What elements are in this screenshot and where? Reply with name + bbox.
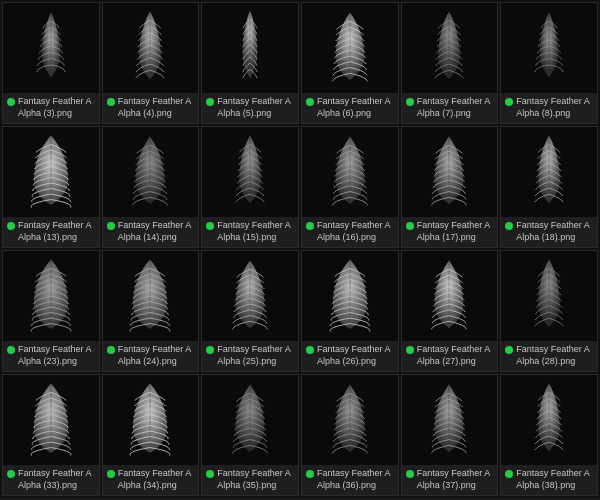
status-dot bbox=[7, 222, 15, 230]
thumbnail-38 bbox=[501, 375, 597, 465]
thumbnail-7 bbox=[402, 3, 498, 93]
asset-label: Fantasy Feather A Alpha (26).png bbox=[317, 344, 394, 367]
asset-label: Fantasy Feather A Alpha (8).png bbox=[516, 96, 593, 119]
asset-label: Fantasy Feather A Alpha (23).png bbox=[18, 344, 95, 367]
status-dot bbox=[306, 222, 314, 230]
thumbnail-27 bbox=[402, 251, 498, 341]
status-dot bbox=[406, 470, 414, 478]
asset-label: Fantasy Feather A Alpha (7).png bbox=[417, 96, 494, 119]
asset-item-25[interactable]: Fantasy Feather A Alpha (25).png bbox=[201, 250, 299, 372]
thumbnail-4 bbox=[103, 3, 199, 93]
thumbnail-17 bbox=[402, 127, 498, 217]
thumbnail-13 bbox=[3, 127, 99, 217]
thumbnail-37 bbox=[402, 375, 498, 465]
asset-item-35[interactable]: Fantasy Feather A Alpha (35).png bbox=[201, 374, 299, 496]
thumbnail-23 bbox=[3, 251, 99, 341]
asset-label: Fantasy Feather A Alpha (5).png bbox=[217, 96, 294, 119]
status-dot bbox=[206, 346, 214, 354]
asset-item-26[interactable]: Fantasy Feather A Alpha (26).png bbox=[301, 250, 399, 372]
asset-item-17[interactable]: Fantasy Feather A Alpha (17).png bbox=[401, 126, 499, 248]
asset-label: Fantasy Feather A Alpha (33).png bbox=[18, 468, 95, 491]
asset-label: Fantasy Feather A Alpha (36).png bbox=[317, 468, 394, 491]
asset-label: Fantasy Feather A Alpha (24).png bbox=[118, 344, 195, 367]
asset-item-8[interactable]: Fantasy Feather A Alpha (8).png bbox=[500, 2, 598, 124]
thumbnail-26 bbox=[302, 251, 398, 341]
asset-item-13[interactable]: Fantasy Feather A Alpha (13).png bbox=[2, 126, 100, 248]
asset-label: Fantasy Feather A Alpha (15).png bbox=[217, 220, 294, 243]
status-dot bbox=[306, 346, 314, 354]
asset-label: Fantasy Feather A Alpha (4).png bbox=[118, 96, 195, 119]
asset-label: Fantasy Feather A Alpha (16).png bbox=[317, 220, 394, 243]
asset-item-16[interactable]: Fantasy Feather A Alpha (16).png bbox=[301, 126, 399, 248]
status-dot bbox=[406, 222, 414, 230]
asset-grid: Fantasy Feather A Alpha (3).png bbox=[0, 0, 600, 498]
status-dot bbox=[206, 470, 214, 478]
asset-label: Fantasy Feather A Alpha (18).png bbox=[516, 220, 593, 243]
asset-item-5[interactable]: Fantasy Feather A Alpha (5).png bbox=[201, 2, 299, 124]
status-dot bbox=[107, 346, 115, 354]
status-dot bbox=[206, 222, 214, 230]
thumbnail-16 bbox=[302, 127, 398, 217]
asset-item-3[interactable]: Fantasy Feather A Alpha (3).png bbox=[2, 2, 100, 124]
status-dot bbox=[505, 470, 513, 478]
asset-item-38[interactable]: Fantasy Feather A Alpha (38).png bbox=[500, 374, 598, 496]
thumbnail-28 bbox=[501, 251, 597, 341]
status-dot bbox=[107, 470, 115, 478]
asset-item-37[interactable]: Fantasy Feather A Alpha (37).png bbox=[401, 374, 499, 496]
thumbnail-6 bbox=[302, 3, 398, 93]
asset-item-23[interactable]: Fantasy Feather A Alpha (23).png bbox=[2, 250, 100, 372]
thumbnail-34 bbox=[103, 375, 199, 465]
status-dot bbox=[107, 98, 115, 106]
asset-label: Fantasy Feather A Alpha (25).png bbox=[217, 344, 294, 367]
status-dot bbox=[505, 222, 513, 230]
asset-item-7[interactable]: Fantasy Feather A Alpha (7).png bbox=[401, 2, 499, 124]
asset-label: Fantasy Feather A Alpha (37).png bbox=[417, 468, 494, 491]
asset-item-18[interactable]: Fantasy Feather A Alpha (18).png bbox=[500, 126, 598, 248]
status-dot bbox=[7, 470, 15, 478]
status-dot bbox=[7, 98, 15, 106]
thumbnail-8 bbox=[501, 3, 597, 93]
asset-label: Fantasy Feather A Alpha (6).png bbox=[317, 96, 394, 119]
asset-label: Fantasy Feather A Alpha (17).png bbox=[417, 220, 494, 243]
thumbnail-5 bbox=[202, 3, 298, 93]
status-dot bbox=[505, 98, 513, 106]
asset-label: Fantasy Feather A Alpha (38).png bbox=[516, 468, 593, 491]
asset-item-34[interactable]: Fantasy Feather A Alpha (34).png bbox=[102, 374, 200, 496]
thumbnail-35 bbox=[202, 375, 298, 465]
status-dot bbox=[505, 346, 513, 354]
thumbnail-36 bbox=[302, 375, 398, 465]
asset-label: Fantasy Feather A Alpha (34).png bbox=[118, 468, 195, 491]
thumbnail-18 bbox=[501, 127, 597, 217]
asset-label: Fantasy Feather A Alpha (27).png bbox=[417, 344, 494, 367]
asset-item-4[interactable]: Fantasy Feather A Alpha (4).png bbox=[102, 2, 200, 124]
asset-item-14[interactable]: Fantasy Feather A Alpha (14).png bbox=[102, 126, 200, 248]
asset-item-6[interactable]: Fantasy Feather A Alpha (6).png bbox=[301, 2, 399, 124]
thumbnail-3 bbox=[3, 3, 99, 93]
asset-item-28[interactable]: Fantasy Feather A Alpha (28).png bbox=[500, 250, 598, 372]
asset-item-27[interactable]: Fantasy Feather A Alpha (27).png bbox=[401, 250, 499, 372]
thumbnail-14 bbox=[103, 127, 199, 217]
thumbnail-25 bbox=[202, 251, 298, 341]
status-dot bbox=[306, 470, 314, 478]
asset-item-15[interactable]: Fantasy Feather A Alpha (15).png bbox=[201, 126, 299, 248]
asset-label: Fantasy Feather A Alpha (13).png bbox=[18, 220, 95, 243]
status-dot bbox=[306, 98, 314, 106]
status-dot bbox=[406, 346, 414, 354]
status-dot bbox=[206, 98, 214, 106]
asset-label: Fantasy Feather A Alpha (28).png bbox=[516, 344, 593, 367]
thumbnail-33 bbox=[3, 375, 99, 465]
status-dot bbox=[406, 98, 414, 106]
thumbnail-15 bbox=[202, 127, 298, 217]
thumbnail-24 bbox=[103, 251, 199, 341]
asset-item-24[interactable]: Fantasy Feather A Alpha (24).png bbox=[102, 250, 200, 372]
asset-item-33[interactable]: Fantasy Feather A Alpha (33).png bbox=[2, 374, 100, 496]
asset-item-36[interactable]: Fantasy Feather A Alpha (36).png bbox=[301, 374, 399, 496]
asset-label: Fantasy Feather A Alpha (14).png bbox=[118, 220, 195, 243]
asset-label: Fantasy Feather A Alpha (3).png bbox=[18, 96, 95, 119]
asset-label: Fantasy Feather A Alpha (35).png bbox=[217, 468, 294, 491]
status-dot bbox=[107, 222, 115, 230]
status-dot bbox=[7, 346, 15, 354]
